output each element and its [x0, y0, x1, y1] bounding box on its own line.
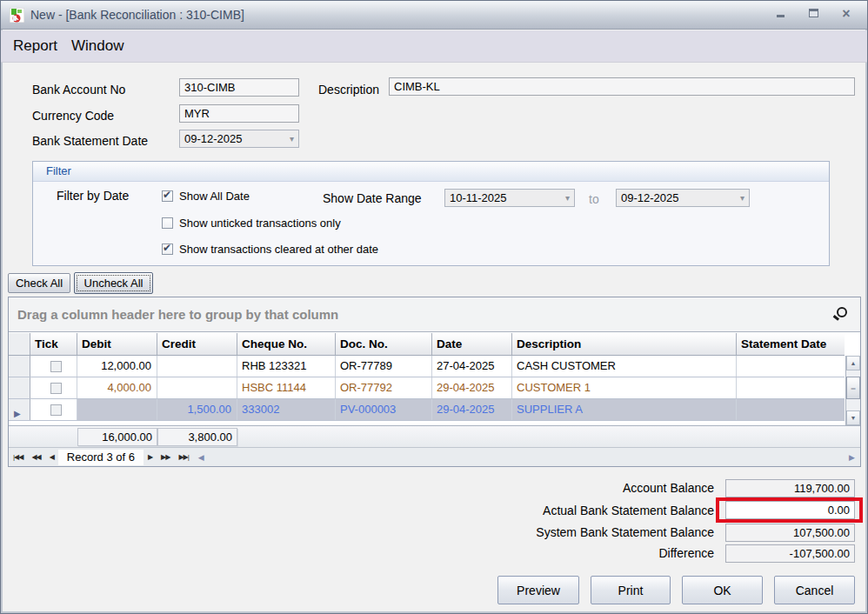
doc-no-cell[interactable]: PV-000003 — [336, 399, 432, 420]
nav-next-button[interactable]: ▶ — [144, 453, 157, 461]
search-icon[interactable] — [832, 306, 848, 322]
tick-cell[interactable] — [30, 399, 77, 420]
show-date-range-label: Show Date Range — [323, 191, 422, 205]
scroll-down-button[interactable]: ▼ — [846, 410, 860, 425]
bank-reconciliation-window: New - [Bank Reconciliation : 310-CIMB] ×… — [0, 0, 868, 614]
uncheck-all-button[interactable]: Uncheck All — [74, 272, 153, 294]
column-header-tick[interactable]: Tick — [30, 333, 77, 355]
date-cell[interactable]: 29-04-2025 — [432, 377, 512, 398]
doc-no-cell[interactable]: OR-77789 — [336, 356, 432, 377]
title-bar[interactable]: New - [Bank Reconciliation : 310-CIMB] × — [1, 1, 867, 30]
tick-checkbox[interactable] — [50, 383, 62, 394]
column-header-debit[interactable]: Debit — [77, 333, 157, 355]
scrollbar-thumb[interactable]: ═ — [846, 377, 860, 399]
date-range-from-value: 10-11-2025 — [450, 190, 507, 206]
column-header-doc-no[interactable]: Doc. No. — [336, 333, 432, 355]
dropdown-arrow-icon[interactable]: ▾ — [737, 190, 744, 206]
dropdown-arrow-icon[interactable]: ▾ — [562, 190, 570, 206]
maximize-icon — [809, 9, 818, 17]
preview-button[interactable]: Preview — [497, 576, 579, 604]
ok-button[interactable]: OK — [682, 576, 763, 604]
date-cell[interactable]: 29-04-2025 — [432, 399, 512, 420]
row-indicator-cell: ▶ — [9, 399, 30, 420]
description-cell[interactable]: CASH CUSTOMER — [512, 356, 737, 377]
debit-total: 16,000.00 — [77, 428, 157, 446]
bank-account-no-field[interactable]: 310-CIMB — [179, 78, 299, 97]
currency-code-field[interactable]: MYR — [179, 104, 299, 123]
bank-statement-date-combo[interactable]: 09-12-2025 ▾ — [179, 130, 299, 148]
doc-no-cell[interactable]: OR-77792 — [336, 377, 432, 398]
grid-footer: 16,000.00 3,800.00 — [9, 425, 860, 448]
column-header-date[interactable]: Date — [432, 333, 512, 355]
nav-last-button[interactable]: ▶▶| — [174, 453, 192, 461]
print-button[interactable]: Print — [591, 576, 671, 604]
date-range-from-combo[interactable]: 10-11-2025 ▾ — [444, 189, 575, 207]
nav-next-page-button[interactable]: ▶▶ — [157, 453, 174, 461]
filter-by-date-label: Filter by Date — [57, 189, 129, 203]
statement-date-cell[interactable] — [737, 356, 845, 377]
current-row-arrow-icon: ▶ — [14, 404, 21, 420]
debit-cell[interactable]: 4,000.00 — [77, 377, 157, 398]
column-header-cheque-no[interactable]: Cheque No. — [237, 333, 336, 355]
scroll-up-button[interactable]: ▲ — [846, 356, 860, 370]
credit-cell[interactable] — [157, 377, 237, 398]
bank-statement-date-label: Bank Statement Date — [32, 134, 148, 148]
close-button[interactable]: × — [839, 9, 853, 21]
date-range-to-combo[interactable]: 09-12-2025 ▾ — [616, 189, 750, 207]
row-indicator-cell: ▶ — [9, 356, 30, 377]
hscroll-left-icon[interactable]: ◀ — [193, 453, 210, 462]
table-row[interactable]: ▶ 12,000.00 RHB 123321 OR-77789 27-04-20… — [9, 356, 845, 377]
record-status: Record 3 of 6 — [58, 450, 144, 465]
menu-report[interactable]: Report — [6, 34, 64, 58]
filter-groupbox: Filter — [32, 161, 830, 266]
tick-cell[interactable] — [30, 377, 77, 398]
credit-total: 3,800.00 — [157, 428, 237, 446]
cheque-no-cell[interactable]: HSBC 11144 — [237, 377, 336, 398]
statement-date-cell[interactable] — [737, 399, 845, 420]
bank-statement-date-value: 09-12-2025 — [184, 130, 243, 147]
tick-checkbox[interactable] — [50, 404, 62, 416]
difference-label: Difference — [453, 546, 714, 560]
cheque-no-cell[interactable]: 333002 — [237, 399, 336, 420]
description-field[interactable]: CIMB-KL — [389, 77, 855, 96]
column-header-description[interactable]: Description — [512, 333, 737, 355]
debit-cell[interactable] — [77, 399, 157, 420]
dropdown-arrow-icon[interactable]: ▾ — [286, 130, 294, 147]
credit-cell[interactable] — [157, 356, 237, 377]
hscroll-right-icon[interactable]: ▶ — [844, 453, 860, 462]
app-icon — [10, 8, 24, 23]
check-all-button[interactable]: Check All — [8, 273, 70, 293]
show-cleared-checkbox[interactable] — [162, 244, 173, 255]
show-unticked-checkbox[interactable] — [162, 217, 173, 229]
nav-prev-button[interactable]: ◀ — [45, 453, 58, 461]
account-balance-label: Account Balance — [453, 481, 714, 495]
show-all-date-checkbox[interactable] — [162, 190, 173, 202]
minimize-button[interactable] — [773, 9, 787, 21]
date-cell[interactable]: 27-04-2025 — [432, 356, 512, 377]
cancel-button[interactable]: Cancel — [774, 576, 855, 604]
date-range-to-value: 09-12-2025 — [621, 190, 679, 206]
column-header-statement-date[interactable]: Statement Date — [737, 333, 845, 355]
tick-cell[interactable] — [30, 356, 77, 377]
maximize-button[interactable] — [806, 9, 820, 21]
debit-cell[interactable]: 12,000.00 — [77, 356, 157, 377]
filter-group-header: Filter — [33, 162, 829, 182]
table-row[interactable]: ▶ 4,000.00 HSBC 11144 OR-77792 29-04-202… — [9, 377, 845, 399]
group-by-panel[interactable]: Drag a column header here to group by th… — [9, 297, 860, 332]
statement-date-cell[interactable] — [737, 377, 845, 398]
scroll-up-icon: ▲ — [851, 360, 857, 366]
nav-first-button[interactable]: |◀◀ — [9, 453, 27, 461]
credit-cell[interactable]: 1,500.00 — [157, 399, 237, 420]
description-cell[interactable]: SUPPLIER A — [512, 399, 737, 420]
actual-bank-statement-balance-label: Actual Bank Statement Balance — [453, 504, 714, 517]
table-row[interactable]: ▶ 1,500.00 333002 PV-000003 29-04-2025 S… — [9, 399, 845, 421]
actual-bank-statement-balance-field[interactable]: 0.00 — [725, 501, 855, 519]
tick-checkbox[interactable] — [50, 361, 62, 372]
window-title: New - [Bank Reconciliation : 310-CIMB] — [30, 8, 244, 22]
menu-window[interactable]: Window — [64, 34, 130, 58]
vertical-scrollbar[interactable]: ▲ ═ ▼ — [845, 356, 860, 425]
column-header-credit[interactable]: Credit — [157, 333, 237, 355]
cheque-no-cell[interactable]: RHB 123321 — [237, 356, 336, 377]
description-cell[interactable]: CUSTOMER 1 — [512, 377, 737, 398]
nav-prev-page-button[interactable]: ◀◀ — [27, 453, 44, 461]
